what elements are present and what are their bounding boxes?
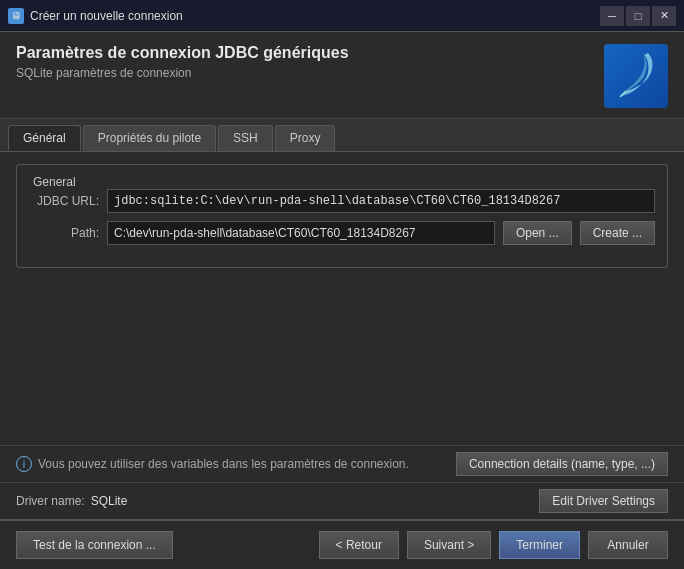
path-input[interactable]: [107, 221, 495, 245]
test-connection-button[interactable]: Test de la connexion ...: [16, 531, 173, 559]
title-bar: 🖥 Créer un nouvelle connexion ─ □ ✕: [0, 0, 684, 32]
maximize-button[interactable]: □: [626, 6, 650, 26]
driver-name-label: Driver name:: [16, 494, 85, 508]
path-row: Path: Open ... Create ...: [29, 221, 655, 245]
logo-svg: [616, 51, 656, 101]
jdbc-url-label: JDBC URL:: [29, 194, 99, 208]
dialog-footer: Test de la connexion ... < Retour Suivan…: [0, 519, 684, 569]
dialog: Paramètres de connexion JDBC génériques …: [0, 32, 684, 569]
dialog-header-subtitle: SQLite paramètres de connexion: [16, 66, 349, 80]
info-text: Vous pouvez utiliser des variables dans …: [38, 457, 409, 471]
edit-driver-settings-button[interactable]: Edit Driver Settings: [539, 489, 668, 513]
title-bar-title: Créer un nouvelle connexion: [30, 9, 183, 23]
create-button[interactable]: Create ...: [580, 221, 655, 245]
info-bar: i Vous pouvez utiliser des variables dan…: [0, 445, 684, 482]
cancel-button[interactable]: Annuler: [588, 531, 668, 559]
dialog-header: Paramètres de connexion JDBC génériques …: [0, 32, 684, 119]
back-button[interactable]: < Retour: [319, 531, 399, 559]
connection-details-button[interactable]: Connection details (name, type, ...): [456, 452, 668, 476]
dialog-content: General JDBC URL: Path: Open ... Create …: [0, 152, 684, 445]
jdbc-url-input[interactable]: [107, 189, 655, 213]
title-bar-left: 🖥 Créer un nouvelle connexion: [8, 8, 183, 24]
next-button[interactable]: Suivant >: [407, 531, 491, 559]
finish-button[interactable]: Terminer: [499, 531, 580, 559]
driver-left: Driver name: SQLite: [16, 494, 127, 508]
general-fieldset: General JDBC URL: Path: Open ... Create …: [16, 164, 668, 268]
jdbc-url-row: JDBC URL:: [29, 189, 655, 213]
tab-proxy[interactable]: Proxy: [275, 125, 336, 151]
close-button[interactable]: ✕: [652, 6, 676, 26]
minimize-button[interactable]: ─: [600, 6, 624, 26]
dialog-header-title: Paramètres de connexion JDBC génériques: [16, 44, 349, 62]
footer-right: < Retour Suivant > Terminer Annuler: [319, 531, 668, 559]
driver-name-value: SQLite: [91, 494, 128, 508]
path-label: Path:: [29, 226, 99, 240]
title-bar-controls: ─ □ ✕: [600, 6, 676, 26]
driver-bar: Driver name: SQLite Edit Driver Settings: [0, 482, 684, 519]
tabs-bar: Général Propriétés du pilote SSH Proxy: [0, 119, 684, 152]
info-left: i Vous pouvez utiliser des variables dan…: [16, 456, 409, 472]
app-icon: 🖥: [8, 8, 24, 24]
info-icon: i: [16, 456, 32, 472]
header-text: Paramètres de connexion JDBC génériques …: [16, 44, 349, 80]
dialog-logo: [604, 44, 668, 108]
open-button[interactable]: Open ...: [503, 221, 572, 245]
tab-driver-properties[interactable]: Propriétés du pilote: [83, 125, 216, 151]
tab-ssh[interactable]: SSH: [218, 125, 273, 151]
fieldset-legend: General: [29, 175, 655, 189]
tab-general[interactable]: Général: [8, 125, 81, 151]
